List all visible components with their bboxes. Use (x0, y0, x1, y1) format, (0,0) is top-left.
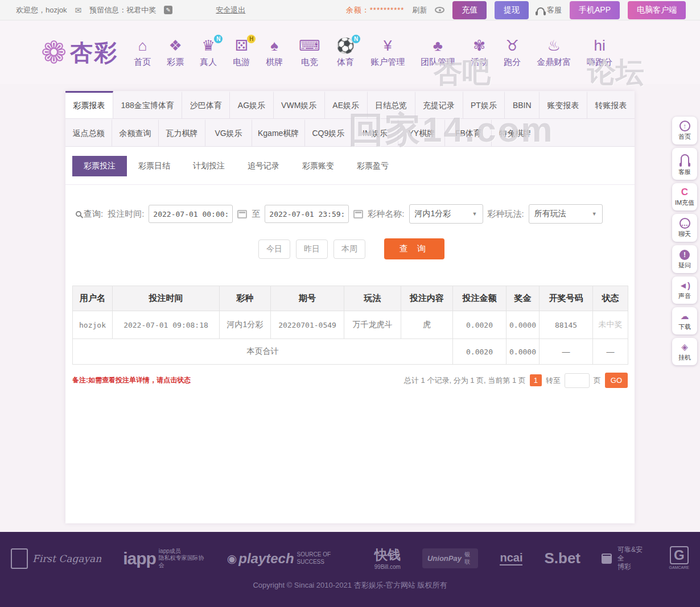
copyright-text: Copyright © Sincai 2010-2021 杏彩娱乐-官方网站 版… (0, 580, 700, 591)
nav-item[interactable]: ⌨ 电竞 (299, 37, 320, 68)
bet-time-to-input[interactable] (265, 205, 349, 223)
bet-time-from-input[interactable] (149, 205, 233, 223)
logo[interactable]: ❁ 杏彩 (41, 37, 118, 68)
sidebar-item[interactable]: ☁ 下载 (672, 307, 697, 335)
nav-label: 团队管理 (421, 57, 455, 68)
logout-link[interactable]: 安全退出 (216, 5, 245, 15)
lottery-subtab[interactable]: 计划投注 (182, 156, 236, 176)
lottery-subtab[interactable]: 追号记录 (236, 156, 291, 176)
report-tab[interactable]: AG娱乐 (230, 91, 273, 118)
nav-item[interactable]: ♨ 金鼎财富 (537, 37, 571, 68)
message-envelope-icon[interactable]: ✉ (75, 6, 82, 15)
report-tab[interactable]: FB体育 (445, 119, 492, 146)
yesterday-button[interactable]: 昨日 (296, 240, 328, 259)
report-tab[interactable]: Kgame棋牌 (252, 119, 305, 146)
to-label: 至 (252, 209, 260, 220)
report-tab[interactable]: IM娱乐 (352, 119, 398, 146)
lottery-subtab[interactable]: 彩票投注 (72, 156, 127, 176)
report-tab[interactable]: BBIN (505, 91, 540, 118)
sidebar-item[interactable]: 客服 (672, 148, 697, 180)
nav-item[interactable]: ❖ 彩票 (167, 37, 184, 68)
sidebar-item-label: 挂机 (673, 353, 697, 362)
main-nav: ⌂ 首页 ❖ 彩票 ♛ N 真人 ⚄ H 电游 ♠ (126, 37, 620, 68)
sidebar-item[interactable]: ↑ 首页 (672, 117, 697, 144)
lottery-name-select[interactable]: 河内1分彩 (409, 204, 483, 224)
edit-reserved-info-icon[interactable]: ✎ (164, 6, 172, 14)
report-tab[interactable]: 账变报表 (540, 91, 587, 118)
nav-label: 彩票 (167, 57, 184, 68)
report-tab[interactable]: 返点总额 (65, 119, 112, 146)
nav-item[interactable]: ♣ 团队管理 (421, 37, 455, 68)
slots-gamepad-icon: ⚄ (235, 37, 248, 55)
floating-sidebar: ↑ 首页 客服 C IM充值 … 聊天 ! 疑问 ◄) 声音 ☁ 下载 (672, 117, 697, 369)
account-coin-icon: ¥ (384, 37, 392, 55)
calendar-icon[interactable] (237, 210, 247, 218)
nav-item[interactable]: ♠ 棋牌 (266, 37, 283, 68)
nav-label: 真人 (200, 57, 217, 68)
report-tab[interactable]: 余额查询 (112, 119, 159, 146)
nav-item[interactable]: ⚽ N 体育 (336, 37, 355, 68)
report-tab[interactable]: VG娱乐 (205, 119, 252, 146)
service-group[interactable]: 客服 (537, 5, 562, 15)
play-type-select[interactable]: 所有玩法 (529, 204, 603, 224)
customer-service-headset-icon (681, 154, 689, 164)
goto-page-input[interactable] (565, 373, 590, 388)
report-tab[interactable]: 日结总览 (368, 91, 415, 118)
report-tab[interactable]: 彩票报表 (65, 91, 113, 118)
lottery-subtab[interactable]: 彩票日结 (127, 156, 182, 176)
withdraw-button[interactable]: 提现 (495, 1, 529, 19)
nav-badge: N (214, 35, 223, 43)
report-tab[interactable]: YY棋牌 (398, 119, 445, 146)
pc-client-button[interactable]: 电脑客户端 (628, 1, 686, 19)
report-tab[interactable]: 沙巴体育 (182, 91, 230, 118)
nav-item[interactable]: ♛ N 真人 (200, 37, 217, 68)
cell-lottery: 河内1分彩 (220, 311, 271, 339)
lottery-subtab[interactable]: 彩票盈亏 (345, 156, 400, 176)
show-balance-eye-icon[interactable] (435, 7, 444, 13)
sidebar-item[interactable]: … 聊天 (672, 214, 697, 242)
nav-badge: N (352, 35, 360, 43)
table-header-cell: 奖金 (507, 286, 540, 311)
mobile-app-button[interactable]: 手机APP (570, 1, 620, 19)
nav-item[interactable]: ✾ 活动 (471, 37, 488, 68)
balance-value: ********** (370, 6, 405, 14)
cell-prize: 0.0000 (507, 311, 540, 339)
lottery-subtab[interactable]: 彩票账变 (291, 156, 345, 176)
report-tab[interactable]: 充提记录 (415, 91, 463, 118)
calendar-icon[interactable] (353, 210, 363, 218)
report-tab[interactable]: AE娱乐 (325, 91, 368, 118)
nav-item[interactable]: ⚄ H 电游 (233, 37, 250, 68)
report-panel: 彩票报表188金宝博体育沙巴体育AG娱乐VWM娱乐AE娱乐日结总览充提记录PT娱… (65, 91, 635, 523)
report-tab[interactable]: PT娱乐 (463, 91, 505, 118)
today-button[interactable]: 今日 (258, 240, 290, 259)
deposit-button[interactable]: 充值 (452, 1, 487, 19)
report-tab[interactable]: 瓦力棋牌 (159, 119, 205, 146)
go-button[interactable]: GO (605, 373, 628, 388)
lottery-tickets-icon: ❖ (169, 37, 182, 55)
refresh-link[interactable]: 刷新 (412, 5, 427, 15)
search-button[interactable]: 查 询 (384, 238, 444, 259)
table-header-cell: 用户名 (73, 286, 113, 311)
report-tab[interactable]: VWM娱乐 (274, 91, 325, 118)
tab-filler (538, 119, 635, 146)
cell-username: hozjok (73, 311, 113, 339)
nav-item[interactable]: ¥ 账户管理 (370, 37, 405, 68)
nav-item[interactable]: ⌂ 首页 (134, 37, 151, 68)
pagination-summary: 总计 1 个记录, 分为 1 页, 当前第 1 页 (404, 375, 526, 386)
report-tab[interactable]: 188金宝博体育 (113, 91, 182, 118)
nav-item[interactable]: ♉ 跑分 (504, 37, 521, 68)
current-page-badge[interactable]: 1 (530, 374, 542, 386)
sidebar-item[interactable]: C IM充值 (672, 183, 697, 210)
sidebar-item[interactable]: ! 疑问 (672, 245, 697, 273)
report-tab[interactable]: 特兔棋牌 (492, 119, 538, 146)
hi-runscore-icon: hi (594, 37, 606, 55)
nav-item[interactable]: hi 嗨跑分 (587, 37, 612, 68)
report-tab[interactable]: 转账报表 (587, 91, 635, 118)
this-week-button[interactable]: 本周 (333, 240, 365, 259)
cell-status[interactable]: 未中奖 (593, 311, 628, 339)
nav-label: 金鼎财富 (537, 57, 571, 68)
sidebar-item[interactable]: ◈ 挂机 (672, 338, 697, 365)
sidebar-item[interactable]: ◄) 声音 (672, 276, 697, 304)
report-tab[interactable]: CQ9娱乐 (305, 119, 352, 146)
partner-logo: G GAMCARE (669, 546, 689, 571)
